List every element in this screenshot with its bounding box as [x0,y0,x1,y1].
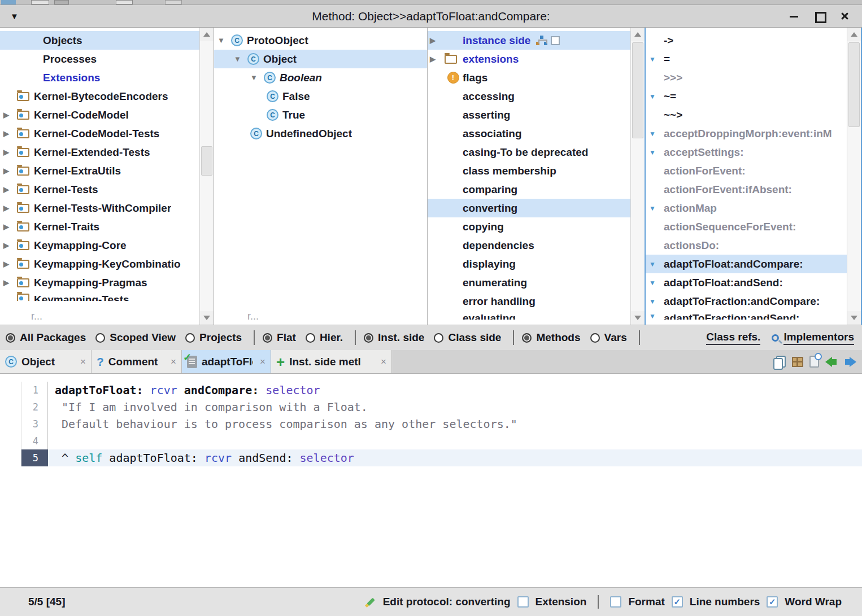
method-item[interactable]: -> [646,31,861,50]
expand-icon[interactable]: ▶ [3,148,17,156]
protocol-item[interactable]: copying [428,217,645,236]
expand-icon[interactable]: ▶ [3,241,17,250]
radio-option[interactable]: Projects [185,331,242,344]
expand-icon[interactable]: ▶ [3,260,17,268]
package-item[interactable]: Extensions [0,68,214,87]
radio-option[interactable]: Scoped View [95,331,176,344]
code-text[interactable]: adaptToFloat: rcvr andCompare: selector [48,382,862,399]
radio-option[interactable]: Inst. side [364,331,424,344]
protocol-item[interactable]: accessing [428,87,645,106]
radio-option[interactable]: Hier. [306,331,343,344]
instance-side-checkbox[interactable] [551,36,560,45]
class-item[interactable]: CUndefinedObject [214,124,427,143]
code-line[interactable]: 3 Default behaviour is to process compar… [0,416,862,432]
protocol-item[interactable]: evaluating [428,311,645,320]
package-item[interactable]: ▶Kernel-Tests-WithCompiler [0,199,214,217]
expand-icon[interactable]: ▶ [3,185,17,194]
class-item[interactable]: CFalse [214,87,427,106]
tab-comment[interactable]: ?Comment× [92,350,182,373]
package-item[interactable]: ▶Kernel-Tests [0,180,214,199]
radio-icon[interactable] [590,333,600,343]
protocol-item[interactable]: ▶extensions [428,50,645,68]
expand-icon[interactable]: ▶ [430,55,443,63]
protocol-item[interactable]: class membership [428,161,645,180]
expand-icon[interactable]: ▼ [250,73,264,82]
package-item[interactable]: ▶Keymapping-Core [0,236,214,255]
override-marker-icon[interactable]: ▼ [649,55,664,63]
package-item[interactable]: ▶Kernel-Extended-Tests [0,143,214,161]
override-marker-icon[interactable]: ▼ [649,279,664,287]
method-item[interactable]: ▼adaptToFraction:andCompare: [646,292,861,311]
protocol-item[interactable]: enumerating [428,273,645,292]
method-item[interactable]: ~~> [646,106,861,124]
radio-icon[interactable] [364,333,373,343]
class-refs-link[interactable]: Class refs. [706,331,760,345]
tab-object[interactable]: CObject× [0,350,92,373]
protocols-scrollbar[interactable] [630,28,645,325]
scrollbar-thumb[interactable] [632,42,643,138]
package-item[interactable]: ▶Kernel-Traits [0,217,214,236]
history-icon[interactable] [809,356,819,368]
scroll-down-icon[interactable] [631,311,645,325]
package-item[interactable]: ▶Keymapping-KeyCombinatio [0,255,214,273]
override-marker-icon[interactable]: ▼ [649,260,664,268]
scroll-down-icon[interactable] [200,311,214,325]
package-filter-input[interactable]: r... [0,308,198,325]
radio-option[interactable]: All Packages [6,331,86,344]
radio-icon[interactable] [434,333,443,343]
code-line[interactable]: 1adaptToFloat: rcvr andCompare: selector [0,382,862,399]
edit-pencil-icon[interactable] [365,596,376,608]
protocol-item[interactable]: error handling [428,292,645,311]
expand-icon[interactable]: ▼ [234,55,247,63]
class-item[interactable]: ▼CProtoObject [214,31,427,50]
radio-icon[interactable] [522,333,532,343]
scroll-up-icon[interactable] [200,28,214,41]
code-text[interactable]: Default behaviour is to process comparis… [48,416,862,432]
method-item[interactable]: ▼~= [646,87,861,106]
radio-icon[interactable] [306,333,315,343]
window-menu-icon[interactable]: ▼ [10,11,19,21]
minimize-button[interactable] [789,11,799,21]
method-item[interactable]: ▼adaptToFraction:andSend: [646,311,861,320]
method-item[interactable]: ▼= [646,50,861,68]
scroll-up-icon[interactable] [847,28,861,41]
scrollbar-thumb[interactable] [201,146,212,176]
expand-icon[interactable]: ▶ [3,278,17,287]
package-item[interactable]: Processes [0,50,214,68]
expand-icon[interactable]: ▶ [3,204,17,212]
methods-scrollbar[interactable] [847,28,861,325]
override-marker-icon[interactable]: ▼ [649,93,664,101]
protocol-item[interactable]: casing-To be deprecated [428,143,645,161]
class-item[interactable]: CTrue [214,106,427,124]
protocol-item[interactable]: !flags [428,68,645,87]
code-text[interactable] [48,432,862,449]
method-item[interactable]: actionsDo: [646,236,861,255]
method-item[interactable]: ▼acceptSettings: [646,143,861,161]
line-numbers-checkbox[interactable]: ✓ [672,596,683,608]
code-line[interactable]: 5 ^ self adaptToFloat: rcvr andSend: sel… [0,449,862,466]
class-filter-input[interactable]: r... [214,308,427,325]
tab-inst-side-metl[interactable]: +Inst. side metl× [271,350,392,373]
override-marker-icon[interactable]: ▼ [649,312,664,320]
package-item[interactable]: ▶Keymapping-Pragmas [0,273,214,292]
method-item[interactable]: ▼actionMap [646,199,861,217]
copy-icon[interactable] [776,356,786,368]
expand-icon[interactable]: ▶ [430,36,443,45]
close-button[interactable] [840,11,850,21]
scroll-up-icon[interactable] [631,28,645,41]
packages-scrollbar[interactable] [199,28,214,325]
extension-checkbox[interactable] [517,596,529,608]
radio-option[interactable]: Flat [263,331,296,344]
radio-icon[interactable] [263,333,272,343]
expand-icon[interactable]: ▶ [3,222,17,231]
package-item[interactable]: Keymapping-Tests [0,292,214,301]
class-item[interactable]: ▼CObject [214,50,427,68]
maximize-button[interactable] [815,11,824,21]
package-item[interactable]: Kernel-BytecodeEncoders [0,87,214,106]
protocol-item[interactable]: displaying [428,255,645,273]
protocol-item[interactable]: ▶instance side [428,31,645,50]
package-icon[interactable] [792,357,803,367]
protocol-item[interactable]: dependencies [428,236,645,255]
radio-icon[interactable] [6,333,15,343]
override-marker-icon[interactable]: ▼ [649,298,664,305]
